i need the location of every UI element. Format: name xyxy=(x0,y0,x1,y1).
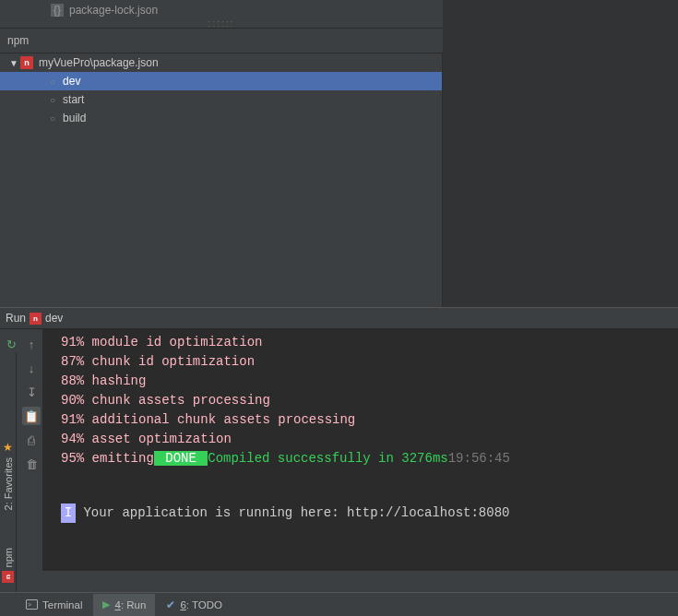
script-item-dev[interactable]: ○ dev xyxy=(0,72,442,90)
npm-panel-title: npm xyxy=(7,34,29,47)
scroll-button[interactable]: ↧ xyxy=(22,383,41,401)
console-line: 87% chunk id optimization xyxy=(61,354,255,369)
app-url-message: Your application is running here: http:/… xyxy=(76,505,509,520)
terminal-label: Terminal xyxy=(42,599,82,610)
run-panel-header: Run n dev xyxy=(0,307,678,329)
left-tool-stripe: ★ 2: Favorites npm n xyxy=(0,352,17,592)
run-label: : Run xyxy=(121,599,147,610)
console-output[interactable]: 91% module id optimization 87% chunk id … xyxy=(42,329,678,571)
run-tab[interactable]: ▶ 4: Run xyxy=(93,594,155,616)
tree-root[interactable]: ▼ n myVuePro\package.json xyxy=(0,53,442,72)
npm-scripts-tree: ▼ n myVuePro\package.json ○ dev ○ start … xyxy=(0,53,443,307)
run-panel-body: ↻ ↑ ■ ↓ ≣ ↧ ✦ 📋 ✖ ⎙ ? 🗑 91% module id op… xyxy=(0,329,678,571)
trash-button[interactable]: 🗑 xyxy=(22,455,41,473)
terminal-tab[interactable]: > Terminal xyxy=(17,594,91,616)
editor-empty-area xyxy=(443,0,678,307)
done-badge: DONE xyxy=(154,451,208,466)
expand-arrow-icon[interactable]: ▼ xyxy=(9,58,20,68)
npm-icon: n xyxy=(30,313,42,325)
console-line: 95% emitting xyxy=(61,451,154,466)
favorites-tab[interactable]: 2: Favorites xyxy=(3,457,14,510)
bottom-tool-tabs: > Terminal ▶ 4: Run ✔ 6: TODO xyxy=(0,592,678,616)
play-icon: ▶ xyxy=(102,598,110,610)
todo-icon: ✔ xyxy=(166,598,175,611)
panel-splitter[interactable]: :::::: xyxy=(0,20,443,28)
clip-button[interactable]: 📋 xyxy=(22,407,41,425)
console-line: 91% additional chunk assets processing xyxy=(61,412,355,427)
npm-tab[interactable]: npm xyxy=(3,548,14,567)
todo-label: : TODO xyxy=(186,599,222,610)
timestamp: 19:56:45 xyxy=(448,451,510,466)
npm-icon: n xyxy=(2,571,14,583)
script-item-start[interactable]: ○ start xyxy=(0,90,442,109)
file-name: package-lock.json xyxy=(69,4,158,17)
favorites-star-icon: ★ xyxy=(3,441,13,454)
script-label: dev xyxy=(63,75,80,88)
console-line: 90% chunk assets processing xyxy=(61,393,270,408)
run-header-script: dev xyxy=(45,312,63,325)
console-line: 88% hashing xyxy=(61,373,146,388)
json-file-icon: {} xyxy=(51,4,64,17)
console-line: 94% asset optimization xyxy=(61,432,232,446)
bullet-icon: ○ xyxy=(50,113,55,124)
up-button[interactable]: ↑ xyxy=(22,335,41,353)
terminal-icon: > xyxy=(26,599,38,610)
rerun-button[interactable]: ↻ xyxy=(2,335,20,353)
todo-tab[interactable]: ✔ 6: TODO xyxy=(157,594,232,616)
console-line: 91% module id optimization xyxy=(61,335,262,349)
bullet-icon: ○ xyxy=(50,77,55,87)
script-label: start xyxy=(63,93,84,106)
npm-icon: n xyxy=(20,56,33,69)
print-button[interactable]: ⎙ xyxy=(22,431,41,449)
package-json-path: myVuePro\package.json xyxy=(39,56,159,69)
compile-message: Compiled successfully in 3276ms xyxy=(208,451,447,466)
down-button[interactable]: ↓ xyxy=(22,359,41,377)
script-item-build[interactable]: ○ build xyxy=(0,109,442,127)
info-badge: I xyxy=(61,503,76,523)
script-label: build xyxy=(63,112,86,124)
run-header-prefix: Run xyxy=(6,312,26,325)
bullet-icon: ○ xyxy=(50,95,55,105)
